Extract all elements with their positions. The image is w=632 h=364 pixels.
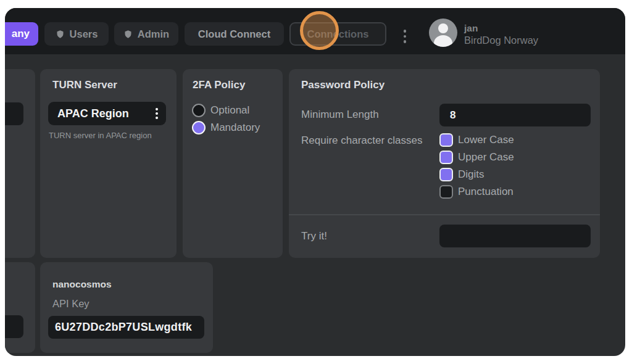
tab-company[interactable]: any xyxy=(5,22,38,46)
shield-icon xyxy=(123,30,133,39)
twofa-policy-card: 2FA Policy Optional Mandatory xyxy=(183,69,283,258)
kebab-menu-icon[interactable] xyxy=(156,108,158,119)
try-it-input[interactable] xyxy=(439,225,591,247)
try-it-label: Try it! xyxy=(301,230,327,242)
checkbox-icon[interactable] xyxy=(439,133,453,147)
radio-optional[interactable]: Optional xyxy=(192,104,249,117)
tab-cloud-connect[interactable]: Cloud Connect xyxy=(185,22,284,46)
turn-server-card: TURN Server APAC Region TURN server in A… xyxy=(40,69,177,258)
user-avatar[interactable] xyxy=(429,19,457,47)
min-length-input[interactable] xyxy=(439,104,591,126)
checkbox-lower-case-label: Lower Case xyxy=(458,134,514,146)
user-organization: BirdDog Norway xyxy=(464,35,538,46)
partial-input[interactable] xyxy=(5,315,23,338)
turn-region-dropdown[interactable]: APAC Region xyxy=(48,102,166,125)
twofa-policy-title: 2FA Policy xyxy=(193,79,245,91)
radio-icon[interactable] xyxy=(192,104,206,117)
tab-admin[interactable]: Admin xyxy=(114,22,178,46)
turn-server-title: TURN Server xyxy=(52,79,117,91)
partial-input[interactable] xyxy=(5,102,23,125)
checkbox-digits[interactable]: Digits xyxy=(439,168,484,181)
radio-icon[interactable] xyxy=(192,121,206,134)
checkbox-icon[interactable] xyxy=(439,151,453,164)
radio-mandatory-label: Mandatory xyxy=(210,122,260,134)
nanocosmos-card: nanocosmos API Key xyxy=(40,262,213,353)
radio-mandatory[interactable]: Mandatory xyxy=(192,121,260,134)
partial-card-left-bottom xyxy=(5,262,35,353)
screenshot-stage: any Users Admin Cloud Connect Connection… xyxy=(0,0,632,364)
kebab-menu-icon[interactable] xyxy=(401,26,409,47)
tab-company-label: any xyxy=(12,28,30,40)
checkbox-lower-case[interactable]: Lower Case xyxy=(439,133,514,147)
checkbox-upper-case-label: Upper Case xyxy=(458,151,514,163)
user-name: jan xyxy=(464,23,478,34)
checkbox-punctuation[interactable]: Punctuation xyxy=(439,185,514,199)
partial-card-left-top xyxy=(5,69,35,258)
checkbox-icon[interactable] xyxy=(439,185,453,199)
password-policy-title: Password Policy xyxy=(301,79,385,91)
shield-icon xyxy=(56,30,65,39)
tab-users[interactable]: Users xyxy=(44,22,109,46)
tab-users-label: Users xyxy=(70,28,98,40)
checkbox-punctuation-label: Punctuation xyxy=(458,186,514,198)
checkbox-upper-case[interactable]: Upper Case xyxy=(439,151,514,164)
password-policy-card: Password Policy Minimum Length Require c… xyxy=(289,69,600,258)
card-section-divider xyxy=(289,214,600,215)
turn-region-value: APAC Region xyxy=(57,107,129,120)
api-key-input[interactable] xyxy=(48,316,204,339)
annotation-circle xyxy=(300,11,339,50)
api-key-label: API Key xyxy=(52,298,89,310)
min-length-label: Minimum Length xyxy=(301,109,379,121)
tab-admin-label: Admin xyxy=(138,28,169,40)
nanocosmos-title: nanocosmos xyxy=(52,279,112,290)
character-classes-label: Require character classes xyxy=(301,134,423,147)
checkbox-icon[interactable] xyxy=(439,168,453,181)
radio-optional-label: Optional xyxy=(210,104,249,117)
tab-cloud-connect-label: Cloud Connect xyxy=(198,28,270,40)
person-icon xyxy=(438,23,448,33)
app-window: any Users Admin Cloud Connect Connection… xyxy=(5,8,625,356)
checkbox-digits-label: Digits xyxy=(458,168,484,181)
turn-helper-text: TURN server in APAC region xyxy=(49,131,152,140)
